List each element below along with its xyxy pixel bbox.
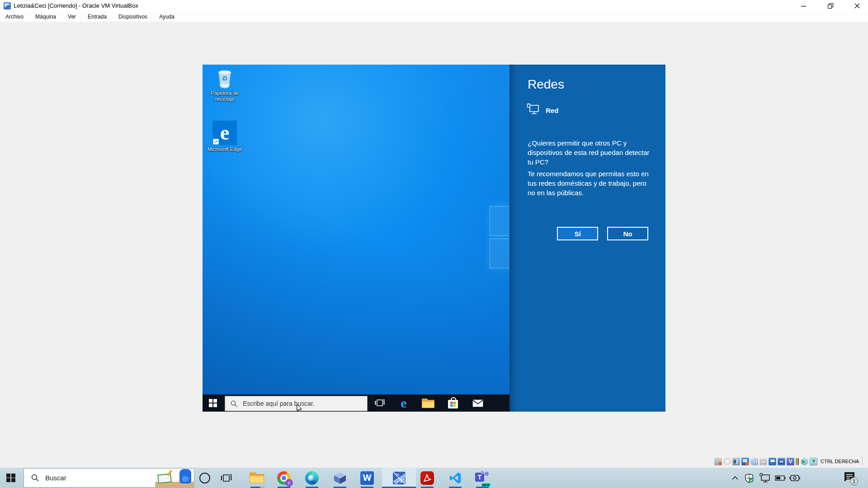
vm-edge-button[interactable]: e <box>394 394 414 412</box>
svg-text:♻: ♻ <box>222 75 227 83</box>
taskbar-virtualbox-button[interactable] <box>326 468 354 488</box>
network-name[interactable]: Red <box>546 107 558 114</box>
statusbar-divider <box>862 457 863 465</box>
network-flyout-panel: Redes Red ¿Quieres permitir que otros PC… <box>509 65 665 412</box>
usb-icon[interactable] <box>750 458 758 465</box>
taskbar-chrome-button[interactable]: c <box>270 468 297 488</box>
vbox-titlebar: 10 Letizia&Ceci [Corriendo] - Oracle VM … <box>0 0 868 12</box>
search-icon <box>231 400 237 407</box>
yes-button[interactable]: Sí <box>557 227 598 240</box>
vm-display: ♻ Papelera de reciclaje e ➚ Microsoft Ed… <box>203 65 665 412</box>
host-key-label: CTRL DERECHA <box>821 459 859 464</box>
recording-icon[interactable] <box>778 458 785 465</box>
wallpaper-windows-logo-top-pane <box>490 206 511 236</box>
no-button[interactable]: No <box>607 227 648 240</box>
panel-question: ¿Quieres permitir que otros PC y disposi… <box>528 138 652 167</box>
vm-window-icon: 64 10 <box>392 471 406 485</box>
restore-icon <box>828 3 834 9</box>
network-adapter-icon[interactable] <box>741 458 749 465</box>
taskbar-acrobat-button[interactable] <box>414 468 441 488</box>
close-button[interactable] <box>847 0 868 12</box>
vm-mail-button[interactable] <box>468 394 488 412</box>
taskbar-vscode-button[interactable] <box>442 468 469 488</box>
host-start-button[interactable] <box>0 468 22 488</box>
vm-file-explorer-button[interactable] <box>418 394 438 412</box>
vscode-icon <box>449 472 462 484</box>
close-icon <box>854 3 860 9</box>
mouse-cursor <box>297 404 303 412</box>
host-taskbar: c W 64 10 <box>0 468 868 488</box>
minimize-button[interactable] <box>793 0 814 12</box>
host-search-box[interactable] <box>24 468 194 488</box>
tray-chevron-button[interactable] <box>729 468 741 488</box>
vm-taskbar: e <box>203 394 509 412</box>
host-search-input[interactable] <box>44 474 150 482</box>
cortana-icon <box>199 473 210 483</box>
file-explorer-icon <box>422 399 434 408</box>
tray-camera-button[interactable] <box>788 468 802 488</box>
vbox-statusbar: V CTRL DERECHA <box>714 456 863 466</box>
chevron-up-icon <box>732 476 738 480</box>
desktop-icon-label: Papelera de reciclaje <box>206 90 243 102</box>
svg-text:10: 10 <box>7 6 9 9</box>
menu-maquina[interactable]: Máquina <box>33 13 58 21</box>
recycle-bin-icon: ♻ <box>216 68 233 89</box>
file-explorer-icon <box>250 472 264 483</box>
taskbar-teams-button[interactable]: T NEW <box>469 468 496 488</box>
taskbar-word-button[interactable]: W <box>354 468 381 488</box>
ethernet-network-icon <box>527 103 540 116</box>
battery-icon <box>775 475 786 481</box>
desktop-icon-recycle-bin[interactable]: ♻ Papelera de reciclaje <box>206 68 243 102</box>
minimize-icon <box>801 3 807 9</box>
activity-indicator-icon <box>796 458 799 465</box>
vm-task-view-button[interactable] <box>370 394 390 412</box>
panel-title: Redes <box>528 77 564 92</box>
vbox-vm-icon: 10 <box>4 2 11 9</box>
menu-ayuda[interactable]: Ayuda <box>157 13 176 21</box>
virtualbox-icon <box>333 471 347 485</box>
features-icon[interactable]: V <box>787 458 794 465</box>
edge-icon <box>305 471 319 485</box>
restore-button[interactable] <box>820 0 841 12</box>
vm-store-button[interactable] <box>443 394 463 412</box>
ethernet-icon <box>760 473 770 483</box>
edge-tile-icon: e ➚ <box>212 121 237 145</box>
menu-entrada[interactable]: Entrada <box>86 13 108 21</box>
taskbar-edge-button[interactable] <box>298 468 326 488</box>
menu-archivo[interactable]: Archivo <box>4 13 25 21</box>
shared-folders-icon[interactable] <box>760 458 767 465</box>
notification-count-badge: 1 <box>850 477 858 485</box>
start-icon <box>6 474 15 483</box>
vm-icon-number-label: 10 <box>400 478 405 483</box>
cortana-button[interactable] <box>197 468 212 488</box>
optical-disc-icon[interactable] <box>723 458 731 465</box>
desktop-icon-microsoft-edge[interactable]: e ➚ Microsoft Edge <box>206 121 243 152</box>
vm-search-box[interactable] <box>225 396 368 411</box>
tray-network-button[interactable] <box>758 468 772 488</box>
taskbar-vm-window-button-active[interactable]: 64 10 <box>382 468 416 488</box>
tray-battery-button[interactable] <box>773 468 788 488</box>
tray-defender-button[interactable] <box>742 468 756 488</box>
mouse-integration-icon[interactable] <box>801 458 808 465</box>
notification-icon: 1 <box>844 472 857 484</box>
display-icon[interactable] <box>769 458 776 465</box>
vm-icon-arch-label: 64 <box>396 473 399 476</box>
search-icon <box>31 474 39 482</box>
notification-center-button[interactable]: 1 <box>839 468 862 488</box>
book-icon <box>157 473 172 483</box>
vm-start-button[interactable] <box>203 394 223 412</box>
menu-dispositivos[interactable]: Dispositivos <box>117 13 149 21</box>
defender-shield-icon <box>744 473 754 483</box>
chrome-icon: c <box>277 471 291 485</box>
window-title: Letizia&Ceci [Corriendo] - Oracle VM Vir… <box>14 0 138 12</box>
keyboard-capture-icon[interactable] <box>810 458 817 465</box>
shortcut-arrow-icon: ➚ <box>213 139 219 145</box>
taskbar-file-explorer-button[interactable] <box>243 468 270 488</box>
audio-icon[interactable] <box>732 458 740 465</box>
hdd-icon[interactable] <box>714 458 722 465</box>
wallpaper-windows-logo-bottom-pane <box>490 239 511 268</box>
edge-icon: e <box>401 395 406 411</box>
host-task-view-button[interactable] <box>217 468 235 488</box>
menu-ver[interactable]: Ver <box>66 13 78 21</box>
vbox-menubar: Archivo Máquina Ver Entrada Dispositivos… <box>0 12 868 22</box>
